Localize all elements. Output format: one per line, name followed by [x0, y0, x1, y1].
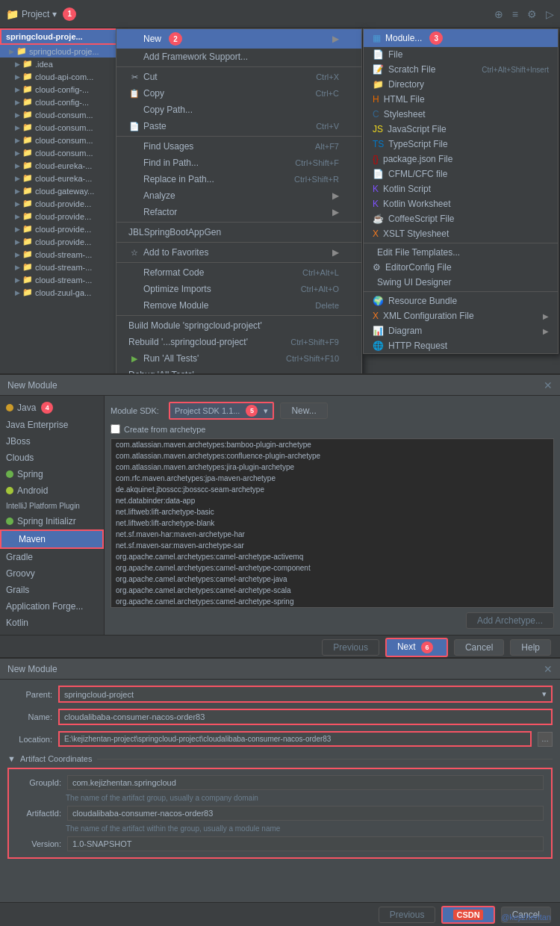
- mod-java-ee[interactable]: Java Enterprise: [0, 417, 104, 433]
- tree-item-zuul[interactable]: ▶ 📁 cloud-zuul-ga...: [0, 286, 119, 299]
- mod-maven[interactable]: Maven: [0, 529, 104, 549]
- tree-item-consum1[interactable]: ▶ 📁 cloud-consum...: [0, 108, 119, 121]
- menu-icon[interactable]: ≡: [512, 8, 518, 20]
- arch-item[interactable]: org.apache.camel.archetypes:camel-archet…: [111, 596, 553, 607]
- ctx-find-usages[interactable]: Find Usages Alt+F7: [116, 138, 361, 155]
- tree-item-provide2[interactable]: ▶ 📁 cloud-provide...: [0, 210, 119, 223]
- arch-item[interactable]: org.apache.camel.archetypes:camel-archet…: [111, 607, 553, 608]
- archetype-checkbox[interactable]: [111, 424, 120, 434]
- ctx-add-favorites[interactable]: ☆ Add to Favorites ▶: [116, 244, 361, 261]
- arch-item[interactable]: com.atlassian.maven.archetypes:jira-plug…: [111, 462, 553, 473]
- ctx-jbl[interactable]: JBLSpringBootAppGen: [116, 224, 361, 240]
- ctx-new[interactable]: New 2 ▶: [116, 29, 361, 49]
- mod-jboss[interactable]: JBoss: [0, 433, 104, 450]
- artifactid-input[interactable]: [67, 806, 544, 821]
- globe-icon[interactable]: ⊕: [494, 8, 503, 20]
- arch-item[interactable]: com.rfc.maven.archetypes:jpa-maven-arche…: [111, 473, 553, 484]
- tree-item-consum2[interactable]: ▶ 📁 cloud-consum...: [0, 121, 119, 134]
- cancel-button-1[interactable]: Cancel: [454, 639, 504, 656]
- arch-item[interactable]: net.liftweb:lift-archetype-basic: [111, 506, 553, 518]
- sub-http[interactable]: 🌐 HTTP Request: [364, 338, 558, 353]
- arch-item[interactable]: com.atlassian.maven.archetypes:bamboo-pl…: [111, 439, 553, 450]
- tree-item-springcloud[interactable]: ▶ 📁 springcloud-proje...: [0, 45, 119, 58]
- finish-button[interactable]: CSDN: [441, 906, 494, 924]
- sub-module[interactable]: ▦ Module... 3: [364, 29, 558, 47]
- version-input[interactable]: [67, 836, 544, 851]
- sub-xslt[interactable]: X XSLT Stylesheet: [364, 226, 558, 241]
- tree-item-provide1[interactable]: ▶ 📁 cloud-provide...: [0, 197, 119, 210]
- tree-item-consum4[interactable]: ▶ 📁 cloud-consum...: [0, 146, 119, 159]
- sub-file[interactable]: 📄 File: [364, 47, 558, 62]
- arch-item[interactable]: net.liftweb:lift-archetype-blank: [111, 518, 553, 529]
- ctx-paste[interactable]: 📄 Paste Ctrl+V: [116, 118, 361, 134]
- ctx-remove-module[interactable]: Remove Module Delete: [116, 297, 361, 314]
- ctx-optimize[interactable]: Optimize Imports Ctrl+Alt+O: [116, 281, 361, 297]
- mod-android[interactable]: Android: [0, 482, 104, 499]
- dialog-close-1[interactable]: ✕: [544, 379, 553, 391]
- sub-swing[interactable]: Swing UI Designer: [364, 275, 558, 290]
- tree-item-config2[interactable]: ▶ 📁 cloud-config-...: [0, 96, 119, 108]
- arch-item[interactable]: de.akquinet.jbosscc:jbosscc-seam-archety…: [111, 484, 553, 495]
- mod-static-web[interactable]: Static Web: [0, 631, 104, 635]
- ctx-debug-all[interactable]: Debug 'All Tests': [116, 367, 361, 373]
- sub-edit-templates[interactable]: Edit File Templates...: [364, 245, 558, 260]
- add-archetype-btn[interactable]: Add Archetype...: [466, 612, 554, 629]
- sub-diagram[interactable]: 📊 Diagram ▶: [364, 323, 558, 338]
- ctx-copy[interactable]: 📋 Copy Ctrl+C: [116, 85, 361, 102]
- mod-intellij[interactable]: IntelliJ Platform Plugin: [0, 499, 104, 513]
- artifact-section-toggle[interactable]: ▼ Artifact Coordinates: [0, 750, 560, 768]
- sub-kotlin-worksheet[interactable]: K Kotlin Worksheet: [364, 196, 558, 211]
- arch-item[interactable]: net.sf.maven-har:maven-archetype-har: [111, 529, 553, 540]
- ctx-rebuild[interactable]: Rebuild '...springcloud-project' Ctrl+Sh…: [116, 334, 361, 350]
- sub-xml-config[interactable]: X XML Configuration File ▶: [364, 308, 558, 323]
- tree-item-stream1[interactable]: ▶ 📁 cloud-stream-...: [0, 248, 119, 261]
- mod-groovy[interactable]: Groovy: [0, 565, 104, 582]
- tree-item-consum3[interactable]: ▶ 📁 cloud-consum...: [0, 134, 119, 146]
- mod-kotlin[interactable]: Kotlin: [0, 615, 104, 631]
- settings-icon[interactable]: ⚙: [527, 8, 537, 20]
- ctx-reformat[interactable]: Reformat Code Ctrl+Alt+L: [116, 264, 361, 281]
- arch-item[interactable]: org.apache.camel.archetypes:camel-archet…: [111, 562, 553, 574]
- sub-stylesheet[interactable]: C Stylesheet: [364, 107, 558, 122]
- arch-item[interactable]: net.sf.maven-sar:maven-archetype-sar: [111, 540, 553, 551]
- tree-item-eureka2[interactable]: ▶ 📁 cloud-eureka-...: [0, 172, 119, 184]
- mod-grails[interactable]: Grails: [0, 582, 104, 598]
- sub-kotlin-script[interactable]: K Kotlin Script: [364, 181, 558, 196]
- sub-coffee[interactable]: ☕ CoffeeScript File: [364, 211, 558, 226]
- mod-gradle[interactable]: Gradle: [0, 549, 104, 565]
- name-input[interactable]: [58, 709, 553, 725]
- mod-java[interactable]: Java 4: [0, 399, 104, 417]
- mod-app-forge[interactable]: Application Forge...: [0, 598, 104, 615]
- arch-item[interactable]: com.atlassian.maven.archetypes:confluenc…: [111, 450, 553, 462]
- sub-ts[interactable]: TS TypeScript File: [364, 137, 558, 152]
- tree-item-config1[interactable]: ▶ 📁 cloud-config-...: [0, 83, 119, 96]
- arch-item[interactable]: org.apache.camel.archetypes:camel-archet…: [111, 551, 553, 562]
- sub-editorconfig[interactable]: ⚙ EditorConfig File: [364, 260, 558, 275]
- sub-js[interactable]: JS JavaScript File: [364, 122, 558, 137]
- new-btn[interactable]: New...: [280, 403, 327, 419]
- sub-cfml[interactable]: 📄 CFML/CFC file: [364, 167, 558, 181]
- arch-item[interactable]: org.apache.camel.archetypes:camel-archet…: [111, 585, 553, 596]
- tree-item-gateway[interactable]: ▶ 📁 cloud-gateway...: [0, 184, 119, 197]
- sub-scratch[interactable]: 📝 Scratch File Ctrl+Alt+Shift+Insert: [364, 62, 558, 77]
- tree-item-stream2[interactable]: ▶ 📁 cloud-stream-...: [0, 261, 119, 273]
- ctx-build-module[interactable]: Build Module 'springcloud-project': [116, 317, 361, 334]
- previous-button-2[interactable]: Previous: [379, 907, 436, 923]
- arch-item[interactable]: org.apache.camel.archetypes:camel-archet…: [111, 574, 553, 585]
- dialog-close-2[interactable]: ✕: [544, 663, 553, 675]
- groupid-input[interactable]: [67, 775, 544, 790]
- ctx-cut[interactable]: ✂ Cut Ctrl+X: [116, 69, 361, 85]
- ctx-copy-path[interactable]: Copy Path...: [116, 102, 361, 118]
- mod-clouds[interactable]: Clouds: [0, 450, 104, 466]
- tree-item-idea[interactable]: ▶ 📁 .idea: [0, 58, 119, 70]
- ctx-replace-in-path[interactable]: Replace in Path... Ctrl+Shift+R: [116, 171, 361, 187]
- tree-item-eureka1[interactable]: ▶ 📁 cloud-eureka-...: [0, 159, 119, 172]
- ctx-add-framework[interactable]: Add Framework Support...: [116, 49, 361, 65]
- location-input[interactable]: [58, 731, 532, 747]
- next-button-1[interactable]: Next 6: [385, 638, 448, 657]
- sub-pkg-json[interactable]: {} package.json File: [364, 152, 558, 167]
- sub-directory[interactable]: 📁 Directory: [364, 77, 558, 92]
- help-button-1[interactable]: Help: [510, 639, 551, 656]
- ctx-analyze[interactable]: Analyze ▶: [116, 187, 361, 204]
- ctx-refactor[interactable]: Refactor ▶: [116, 204, 361, 220]
